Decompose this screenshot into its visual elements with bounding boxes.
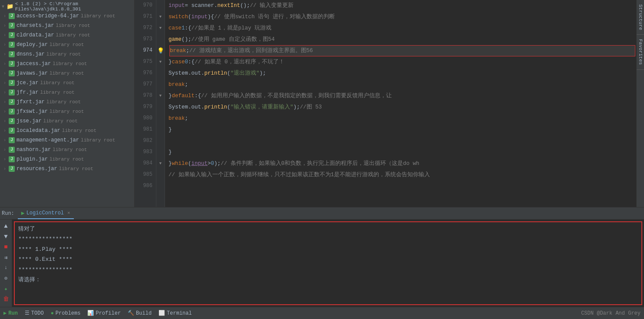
tree-item[interactable]: ›Jcharsets.jar library root: [0, 21, 134, 30]
tree-item-name: dnsns.jar: [17, 51, 45, 57]
terminal-icon: ⬜: [159, 310, 165, 316]
tree-expand-icon: ▼: [2, 4, 7, 9]
gutter-item: [156, 135, 165, 147]
run-button[interactable]: ▶ Run: [3, 310, 18, 316]
library-label: library root: [50, 157, 84, 162]
token-comment: //使用 game 自定义函数，图54: [192, 35, 275, 44]
library-label: library root: [40, 80, 74, 86]
tree-item[interactable]: ›Jdnsns.jar library root: [0, 49, 134, 59]
run-panel-body: ▲ ▼ ■ ⇉ ↓ ⊙ ✦ 🗑 猜对了******************** …: [0, 220, 644, 307]
tree-item[interactable]: ›Jplugin.jar library root: [0, 155, 134, 164]
tree-item[interactable]: ›Jresources.jar library root: [0, 164, 134, 174]
line-number: 973: [138, 34, 152, 45]
jar-icon: J: [9, 99, 15, 105]
file-tree: ▼ 📁 < 1.8 (2) > C:\Program Files\Java\jd…: [0, 0, 135, 207]
scroll-down-btn[interactable]: ▼: [1, 232, 11, 241]
run-tab-logiccontrol[interactable]: ▶ LogicControl ×: [18, 208, 74, 219]
token-kw: default: [172, 92, 195, 100]
profiler-btn[interactable]: 📊 Profiler: [87, 310, 121, 316]
token-plain: :{: [195, 92, 201, 100]
tree-item-name: jfxswt.jar: [17, 109, 48, 115]
tree-item[interactable]: ›Jcldrdata.jar library root: [0, 30, 134, 40]
line-numbers: 9709719729739749759769779789799809819829…: [135, 0, 156, 207]
line-number: 981: [138, 124, 152, 135]
add-btn[interactable]: ✦: [1, 284, 11, 293]
tree-item[interactable]: ›Jaccess-bridge-64.jar library root: [0, 11, 134, 21]
tree-item[interactable]: ›Jjfr.jar library root: [0, 88, 134, 97]
code-line: break;// 游戏结束，退出游戏，回到游戏主界面。图56: [169, 45, 635, 56]
console-line: **** 0.Exit ****: [18, 254, 638, 264]
jar-icon: J: [9, 137, 15, 143]
line-number: 986: [138, 181, 152, 192]
token-var-name: input: [192, 13, 208, 21]
line-number: 980: [138, 113, 152, 124]
tree-item-name: cldrdata.jar: [17, 32, 54, 38]
run-tab-close[interactable]: ×: [67, 210, 70, 216]
library-label: library root: [46, 52, 81, 57]
todo-label: TODO: [31, 310, 44, 316]
tree-item[interactable]: ›Jmanagement-agent.jar library root: [0, 135, 134, 145]
tree-item[interactable]: ›Jdeploy.jar library root: [0, 40, 134, 49]
chevron-right-icon: ›: [3, 128, 9, 133]
token-plain: (: [227, 69, 231, 78]
code-line: case 1:{//如果是 1，就是play 玩游戏: [168, 23, 636, 34]
tree-item[interactable]: ›Jjfxswt.jar library root: [0, 107, 134, 116]
sidebar-item-favorites[interactable]: Favorites: [637, 35, 644, 69]
step-btn[interactable]: ↓: [1, 263, 11, 273]
token-plain: ();: [182, 35, 192, 44]
token-kw: case: [172, 58, 185, 66]
token-plain: }: [168, 159, 172, 168]
gutter-item: [156, 124, 165, 135]
tree-item[interactable]: ›Jjavaws.jar library root: [0, 69, 134, 78]
terminal-btn[interactable]: ⬜ Terminal: [159, 310, 192, 316]
token-plain: ){: [208, 13, 214, 21]
tree-item[interactable]: ›Jjsse.jar library root: [0, 116, 134, 126]
jar-icon: J: [9, 42, 15, 48]
gutter-item: [156, 34, 165, 45]
token-comment: //如果是 1，就是play 玩游戏: [192, 24, 272, 33]
token-plain: }: [168, 148, 172, 157]
tree-item[interactable]: ›Jlocaledata.jar library root: [0, 126, 134, 135]
tree-item[interactable]: ›Jjce.jar library root: [0, 78, 134, 88]
gutter-item: [156, 113, 165, 124]
fold-arrow: ▼: [159, 26, 162, 30]
todo-btn[interactable]: ☰ TODO: [25, 310, 44, 316]
problems-btn[interactable]: ● Problems: [51, 310, 81, 316]
chevron-right-icon: ›: [3, 100, 9, 105]
bulb-icon: 💡: [157, 47, 164, 54]
line-number: 983: [138, 147, 152, 158]
tree-item-name: plugin.jar: [17, 156, 48, 162]
tree-item[interactable]: ›Jjaccess.jar library root: [0, 59, 134, 69]
tree-item-name: resources.jar: [17, 166, 57, 172]
tree-item[interactable]: ›Jnashorn.jar library root: [0, 145, 134, 155]
tree-header[interactable]: ▼ 📁 < 1.8 (2) > C:\Program Files\Java\jd…: [0, 2, 134, 11]
jar-icon: J: [9, 70, 15, 76]
code-line: System.out.println("输入错误，请重新输入");//图 53: [168, 102, 636, 113]
rerun-btn[interactable]: ⇉: [1, 253, 11, 262]
jar-icon: J: [9, 80, 15, 86]
jar-icon: J: [9, 23, 15, 29]
code-line: } default:{// 如用用户输入的数据，不是我指定的数据，则我们需要反馈…: [168, 90, 636, 102]
camera-btn[interactable]: ⊙: [1, 273, 11, 283]
stop-btn[interactable]: ■: [1, 242, 11, 252]
tree-item[interactable]: ›Jjfxrt.jar library root: [0, 97, 134, 107]
chevron-right-icon: ›: [3, 109, 9, 114]
tree-header-label: < 1.8 (2) > C:\Program Files\Java\jdk1.8…: [15, 1, 132, 12]
token-comment: //图 53: [300, 103, 322, 112]
build-btn[interactable]: 🔨 Build: [128, 310, 152, 316]
line-number: 974: [138, 45, 152, 56]
run-tabs: Run: ▶ LogicControl ×: [0, 207, 644, 220]
scroll-up-btn[interactable]: ▲: [1, 221, 11, 231]
chevron-right-icon: ›: [3, 43, 9, 47]
line-number: 977: [138, 79, 152, 90]
code-line: game();//使用 game 自定义函数，图54: [168, 34, 636, 45]
chevron-right-icon: ›: [3, 62, 9, 66]
gutter-item: ▼: [156, 56, 165, 68]
tree-item-name: charsets.jar: [17, 23, 54, 29]
code-content: 9709719729739749759769779789799809819829…: [135, 0, 636, 207]
delete-btn[interactable]: 🗑: [1, 294, 11, 304]
code-lines[interactable]: input = scanner.nextInt();// 输入变量更新switc…: [165, 0, 636, 207]
chevron-right-icon: ›: [3, 148, 9, 152]
run-tab-icon: ▶: [21, 210, 25, 217]
sidebar-item-structure[interactable]: Structure: [637, 0, 644, 35]
